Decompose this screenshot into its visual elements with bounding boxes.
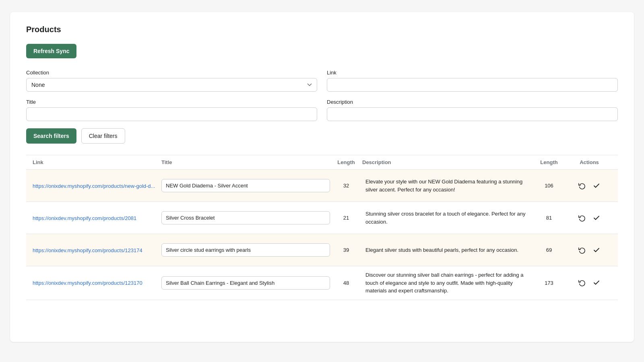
header-title: Title bbox=[161, 159, 330, 165]
page-wrapper: Products Refresh Sync Collection None Br… bbox=[10, 12, 634, 342]
description-label: Description bbox=[327, 99, 618, 105]
header-link: Link bbox=[33, 159, 161, 165]
cell-title-length: 39 bbox=[330, 247, 362, 253]
cell-title-length: 21 bbox=[330, 215, 362, 221]
confirm-button[interactable] bbox=[591, 213, 602, 223]
search-filters-button[interactable]: Search filters bbox=[26, 128, 76, 144]
confirm-button[interactable] bbox=[591, 245, 602, 255]
products-table: Link Title Length Description Length Act… bbox=[26, 155, 618, 300]
table-row: https://onixdev.myshopify.com/products/n… bbox=[26, 170, 618, 202]
title-edit-input[interactable] bbox=[161, 243, 330, 257]
filter-buttons-row: Search filters Clear filters bbox=[26, 128, 618, 144]
header-description: Description bbox=[362, 159, 531, 165]
regenerate-button[interactable] bbox=[577, 278, 587, 288]
regenerate-button[interactable] bbox=[577, 181, 587, 191]
table-row: https://onixdev.myshopify.com/products/1… bbox=[26, 234, 618, 266]
product-link[interactable]: https://onixdev.myshopify.com/products/1… bbox=[33, 280, 142, 286]
title-filter-group: Title bbox=[26, 99, 317, 121]
refresh-icon bbox=[578, 214, 586, 222]
collection-label: Collection bbox=[26, 70, 317, 76]
cell-title bbox=[161, 243, 330, 257]
cell-actions bbox=[567, 245, 611, 255]
table-header-row: Link Title Length Description Length Act… bbox=[26, 155, 618, 170]
cell-link: https://onixdev.myshopify.com/products/1… bbox=[33, 247, 161, 253]
confirm-button[interactable] bbox=[591, 278, 602, 288]
cell-desc-length: 81 bbox=[531, 215, 567, 221]
page-title: Products bbox=[26, 25, 618, 34]
collection-filter-group: Collection None Bracelets Earrings Neckl… bbox=[26, 70, 317, 92]
cell-actions bbox=[567, 181, 611, 191]
cell-description: Stunning silver cross bracelet for a tou… bbox=[362, 210, 531, 226]
header-actions: Actions bbox=[567, 159, 611, 165]
check-icon bbox=[593, 182, 600, 189]
cell-link: https://onixdev.myshopify.com/products/n… bbox=[33, 183, 161, 189]
cell-desc-length: 173 bbox=[531, 280, 567, 286]
product-link[interactable]: https://onixdev.myshopify.com/products/2… bbox=[33, 215, 136, 221]
header-length: Length bbox=[330, 159, 362, 165]
cell-description: Elevate your style with our NEW Gold Dia… bbox=[362, 178, 531, 193]
cell-title bbox=[161, 179, 330, 192]
table-row: https://onixdev.myshopify.com/products/1… bbox=[26, 266, 618, 300]
confirm-button[interactable] bbox=[591, 181, 602, 191]
check-icon bbox=[593, 279, 600, 286]
table-body: https://onixdev.myshopify.com/products/n… bbox=[26, 170, 618, 300]
cell-desc-length: 106 bbox=[531, 183, 567, 189]
refresh-icon bbox=[578, 182, 586, 189]
collection-select[interactable]: None Bracelets Earrings Necklaces bbox=[26, 78, 317, 92]
regenerate-button[interactable] bbox=[577, 213, 587, 223]
header-desc-length: Length bbox=[531, 159, 567, 165]
cell-link: https://onixdev.myshopify.com/products/2… bbox=[33, 215, 161, 221]
cell-title bbox=[161, 211, 330, 224]
title-input[interactable] bbox=[26, 107, 317, 121]
table-row: https://onixdev.myshopify.com/products/2… bbox=[26, 202, 618, 234]
cell-title-length: 32 bbox=[330, 183, 362, 189]
cell-description: Elegant silver studs with beautiful pear… bbox=[362, 246, 531, 254]
description-filter-group: Description bbox=[327, 99, 618, 121]
cell-actions bbox=[567, 213, 611, 223]
cell-link: https://onixdev.myshopify.com/products/1… bbox=[33, 280, 161, 286]
title-edit-input[interactable] bbox=[161, 276, 330, 290]
link-filter-group: Link bbox=[327, 70, 618, 92]
check-icon bbox=[593, 214, 600, 222]
product-link[interactable]: https://onixdev.myshopify.com/products/1… bbox=[33, 247, 142, 253]
title-edit-input[interactable] bbox=[161, 179, 330, 192]
description-input[interactable] bbox=[327, 107, 618, 121]
clear-filters-button[interactable]: Clear filters bbox=[81, 128, 125, 144]
title-label: Title bbox=[26, 99, 317, 105]
filters-row-1: Collection None Bracelets Earrings Neckl… bbox=[26, 70, 618, 92]
filters-row-2: Title Description bbox=[26, 99, 618, 121]
check-icon bbox=[593, 247, 600, 254]
cell-description: Discover our stunning silver ball chain … bbox=[362, 271, 531, 295]
refresh-sync-button[interactable]: Refresh Sync bbox=[26, 44, 76, 58]
refresh-icon bbox=[578, 279, 586, 286]
cell-actions bbox=[567, 278, 611, 288]
link-label: Link bbox=[327, 70, 618, 76]
cell-title-length: 48 bbox=[330, 280, 362, 286]
cell-title bbox=[161, 276, 330, 290]
product-link[interactable]: https://onixdev.myshopify.com/products/n… bbox=[33, 183, 155, 189]
title-edit-input[interactable] bbox=[161, 211, 330, 224]
link-input[interactable] bbox=[327, 78, 618, 92]
cell-desc-length: 69 bbox=[531, 247, 567, 253]
regenerate-button[interactable] bbox=[577, 245, 587, 255]
refresh-icon bbox=[578, 247, 586, 254]
